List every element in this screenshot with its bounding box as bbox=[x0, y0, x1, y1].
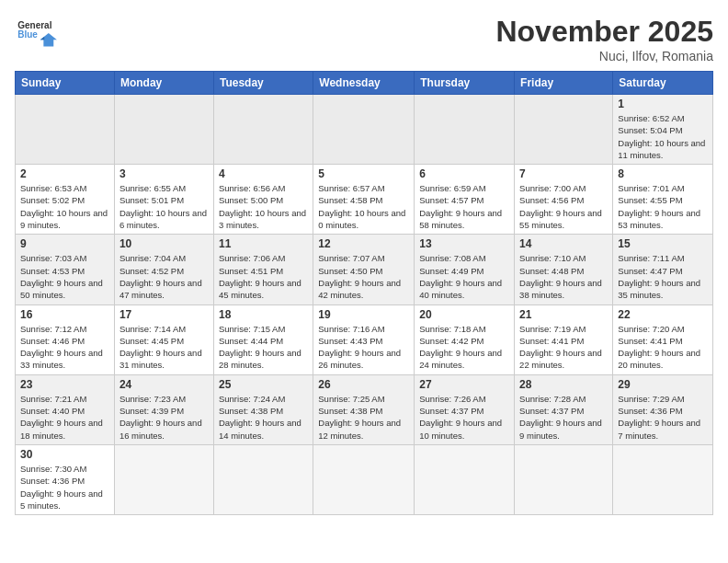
calendar-cell bbox=[213, 444, 313, 514]
day-info: Sunrise: 7:25 AM Sunset: 4:38 PM Dayligh… bbox=[318, 393, 409, 442]
location: Nuci, Ilfov, Romania bbox=[495, 49, 713, 63]
day-number: 24 bbox=[119, 378, 209, 391]
day-number: 25 bbox=[219, 378, 308, 391]
weekday-header-thursday: Thursday bbox=[415, 72, 515, 95]
day-info: Sunrise: 7:28 AM Sunset: 4:37 PM Dayligh… bbox=[519, 393, 608, 442]
day-number: 18 bbox=[219, 308, 308, 321]
calendar-cell: 20Sunrise: 7:18 AM Sunset: 4:42 PM Dayli… bbox=[415, 304, 515, 374]
day-number: 2 bbox=[20, 167, 109, 180]
day-info: Sunrise: 7:15 AM Sunset: 4:44 PM Dayligh… bbox=[219, 323, 308, 372]
calendar-cell bbox=[114, 444, 213, 514]
calendar-cell: 5Sunrise: 6:57 AM Sunset: 4:58 PM Daylig… bbox=[313, 165, 415, 235]
calendar-week-2: 9Sunrise: 7:03 AM Sunset: 4:53 PM Daylig… bbox=[16, 235, 713, 304]
day-number: 14 bbox=[519, 237, 608, 250]
calendar-cell: 30Sunrise: 7:30 AM Sunset: 4:36 PM Dayli… bbox=[16, 444, 115, 514]
day-info: Sunrise: 7:06 AM Sunset: 4:51 PM Dayligh… bbox=[219, 252, 308, 301]
calendar-cell bbox=[415, 444, 515, 514]
calendar-week-5: 30Sunrise: 7:30 AM Sunset: 4:36 PM Dayli… bbox=[16, 444, 713, 514]
svg-marker-3 bbox=[40, 37, 45, 40]
day-number: 15 bbox=[618, 237, 708, 250]
calendar-cell: 3Sunrise: 6:55 AM Sunset: 5:01 PM Daylig… bbox=[114, 165, 213, 235]
calendar-cell: 7Sunrise: 7:00 AM Sunset: 4:56 PM Daylig… bbox=[515, 165, 613, 235]
month-title: November 2025 bbox=[495, 15, 713, 49]
calendar-cell bbox=[114, 95, 213, 165]
calendar-cell bbox=[213, 95, 313, 165]
calendar-cell: 6Sunrise: 6:59 AM Sunset: 4:57 PM Daylig… bbox=[415, 165, 515, 235]
day-info: Sunrise: 7:01 AM Sunset: 4:55 PM Dayligh… bbox=[618, 182, 708, 231]
day-number: 9 bbox=[20, 237, 109, 250]
weekday-header-saturday: Saturday bbox=[613, 72, 713, 95]
day-number: 16 bbox=[20, 308, 109, 321]
day-number: 23 bbox=[20, 378, 109, 391]
calendar-cell: 16Sunrise: 7:12 AM Sunset: 4:46 PM Dayli… bbox=[16, 304, 115, 374]
logo-svg: General Blue bbox=[15, 15, 61, 52]
calendar-cell: 14Sunrise: 7:10 AM Sunset: 4:48 PM Dayli… bbox=[515, 235, 613, 304]
day-number: 7 bbox=[519, 167, 608, 180]
calendar-week-1: 2Sunrise: 6:53 AM Sunset: 5:02 PM Daylig… bbox=[16, 165, 713, 235]
day-info: Sunrise: 7:08 AM Sunset: 4:49 PM Dayligh… bbox=[419, 252, 509, 301]
calendar-cell: 11Sunrise: 7:06 AM Sunset: 4:51 PM Dayli… bbox=[213, 235, 313, 304]
calendar-cell: 4Sunrise: 6:56 AM Sunset: 5:00 PM Daylig… bbox=[213, 165, 313, 235]
day-number: 5 bbox=[318, 167, 409, 180]
day-info: Sunrise: 7:14 AM Sunset: 4:45 PM Dayligh… bbox=[119, 323, 209, 372]
page-header: General Blue November 2025 Nuci, Ilfov, … bbox=[15, 15, 713, 63]
day-info: Sunrise: 7:11 AM Sunset: 4:47 PM Dayligh… bbox=[618, 252, 708, 301]
weekday-header-sunday: Sunday bbox=[16, 72, 115, 95]
calendar-cell bbox=[16, 95, 115, 165]
calendar-cell: 25Sunrise: 7:24 AM Sunset: 4:38 PM Dayli… bbox=[213, 374, 313, 444]
day-number: 1 bbox=[618, 98, 708, 110]
day-number: 11 bbox=[219, 237, 308, 250]
day-number: 13 bbox=[419, 237, 509, 250]
day-number: 30 bbox=[20, 448, 109, 461]
calendar-cell: 1Sunrise: 6:52 AM Sunset: 5:04 PM Daylig… bbox=[613, 95, 713, 165]
calendar-cell: 29Sunrise: 7:29 AM Sunset: 4:36 PM Dayli… bbox=[613, 374, 713, 444]
day-number: 26 bbox=[318, 378, 409, 391]
day-info: Sunrise: 7:03 AM Sunset: 4:53 PM Dayligh… bbox=[20, 252, 109, 301]
day-info: Sunrise: 7:19 AM Sunset: 4:41 PM Dayligh… bbox=[519, 323, 608, 372]
calendar-cell: 9Sunrise: 7:03 AM Sunset: 4:53 PM Daylig… bbox=[16, 235, 115, 304]
calendar-cell: 21Sunrise: 7:19 AM Sunset: 4:41 PM Dayli… bbox=[515, 304, 613, 374]
calendar-cell bbox=[515, 444, 613, 514]
day-number: 4 bbox=[219, 167, 308, 180]
calendar-cell: 15Sunrise: 7:11 AM Sunset: 4:47 PM Dayli… bbox=[613, 235, 713, 304]
calendar-cell: 28Sunrise: 7:28 AM Sunset: 4:37 PM Dayli… bbox=[515, 374, 613, 444]
day-info: Sunrise: 7:16 AM Sunset: 4:43 PM Dayligh… bbox=[318, 323, 409, 372]
day-info: Sunrise: 7:20 AM Sunset: 4:41 PM Dayligh… bbox=[618, 323, 708, 372]
day-number: 10 bbox=[119, 237, 209, 250]
calendar-cell: 22Sunrise: 7:20 AM Sunset: 4:41 PM Dayli… bbox=[613, 304, 713, 374]
calendar-cell bbox=[613, 444, 713, 514]
calendar-cell: 8Sunrise: 7:01 AM Sunset: 4:55 PM Daylig… bbox=[613, 165, 713, 235]
calendar-cell: 26Sunrise: 7:25 AM Sunset: 4:38 PM Dayli… bbox=[313, 374, 415, 444]
day-number: 27 bbox=[419, 378, 509, 391]
day-number: 6 bbox=[419, 167, 509, 180]
weekday-header-wednesday: Wednesday bbox=[313, 72, 415, 95]
weekday-header-tuesday: Tuesday bbox=[213, 72, 313, 95]
calendar-cell: 10Sunrise: 7:04 AM Sunset: 4:52 PM Dayli… bbox=[114, 235, 213, 304]
day-number: 20 bbox=[419, 308, 509, 321]
calendar-table: SundayMondayTuesdayWednesdayThursdayFrid… bbox=[15, 71, 713, 515]
day-info: Sunrise: 6:53 AM Sunset: 5:02 PM Dayligh… bbox=[20, 182, 109, 231]
calendar-cell: 2Sunrise: 6:53 AM Sunset: 5:02 PM Daylig… bbox=[16, 165, 115, 235]
day-info: Sunrise: 7:21 AM Sunset: 4:40 PM Dayligh… bbox=[20, 393, 109, 442]
day-info: Sunrise: 7:24 AM Sunset: 4:38 PM Dayligh… bbox=[219, 393, 308, 442]
calendar-cell bbox=[313, 444, 415, 514]
day-info: Sunrise: 7:07 AM Sunset: 4:50 PM Dayligh… bbox=[318, 252, 409, 301]
day-info: Sunrise: 7:00 AM Sunset: 4:56 PM Dayligh… bbox=[519, 182, 608, 231]
day-info: Sunrise: 7:23 AM Sunset: 4:39 PM Dayligh… bbox=[119, 393, 209, 442]
calendar-cell: 24Sunrise: 7:23 AM Sunset: 4:39 PM Dayli… bbox=[114, 374, 213, 444]
calendar-cell: 12Sunrise: 7:07 AM Sunset: 4:50 PM Dayli… bbox=[313, 235, 415, 304]
day-info: Sunrise: 6:56 AM Sunset: 5:00 PM Dayligh… bbox=[219, 182, 308, 231]
calendar-cell: 13Sunrise: 7:08 AM Sunset: 4:49 PM Dayli… bbox=[415, 235, 515, 304]
day-info: Sunrise: 7:12 AM Sunset: 4:46 PM Dayligh… bbox=[20, 323, 109, 372]
day-info: Sunrise: 7:29 AM Sunset: 4:36 PM Dayligh… bbox=[618, 393, 708, 442]
svg-text:General: General bbox=[17, 20, 51, 30]
day-info: Sunrise: 7:10 AM Sunset: 4:48 PM Dayligh… bbox=[519, 252, 608, 301]
calendar-week-4: 23Sunrise: 7:21 AM Sunset: 4:40 PM Dayli… bbox=[16, 374, 713, 444]
day-info: Sunrise: 6:52 AM Sunset: 5:04 PM Dayligh… bbox=[618, 112, 708, 161]
weekday-header-monday: Monday bbox=[114, 72, 213, 95]
day-info: Sunrise: 7:04 AM Sunset: 4:52 PM Dayligh… bbox=[119, 252, 209, 301]
title-block: November 2025 Nuci, Ilfov, Romania bbox=[495, 15, 713, 63]
day-number: 12 bbox=[318, 237, 409, 250]
day-number: 22 bbox=[618, 308, 708, 321]
weekday-header-friday: Friday bbox=[515, 72, 613, 95]
